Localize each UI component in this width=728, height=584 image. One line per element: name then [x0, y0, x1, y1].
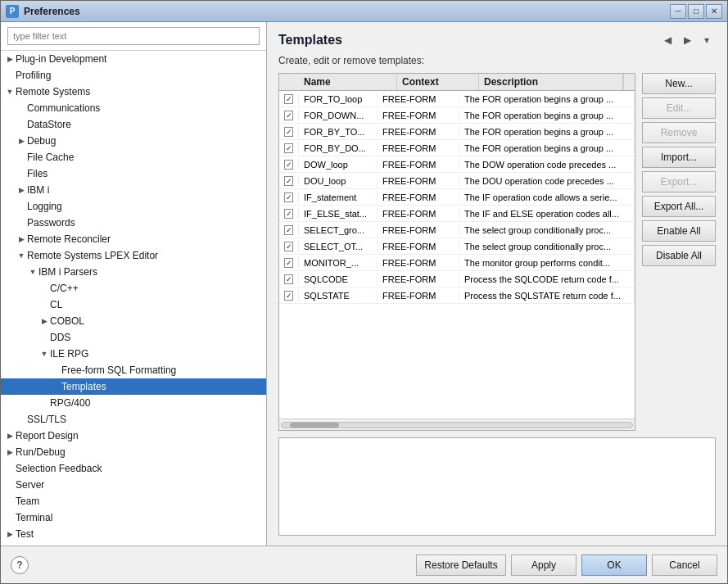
- tree-item-server[interactable]: Server: [1, 477, 266, 493]
- tree-item-plug-in-dev[interactable]: ▶Plug-in Development: [1, 51, 266, 67]
- tree-item-test[interactable]: ▶Test: [1, 526, 266, 542]
- minimize-button[interactable]: ─: [670, 4, 686, 19]
- row-checkbox[interactable]: ✓: [279, 126, 299, 138]
- maximize-button[interactable]: □: [688, 4, 704, 19]
- tree-expander-test[interactable]: ▶: [4, 528, 16, 540]
- tree-item-remote-reconciler[interactable]: ▶Remote Reconciler: [1, 231, 266, 247]
- table-scroll[interactable]: ✓FOR_TO_loopFREE-FORMThe FOR operation b…: [279, 91, 635, 419]
- table-action-buttons: New... Edit... Remove Import... Export..…: [642, 73, 716, 431]
- row-checkbox[interactable]: ✓: [279, 93, 299, 105]
- ok-button[interactable]: OK: [581, 555, 647, 576]
- table-row[interactable]: ✓FOR_BY_TO...FREE-FORMThe FOR operation …: [279, 124, 635, 140]
- tree-expander-remote-reconciler[interactable]: ▶: [16, 233, 27, 245]
- tree-expander-cobol[interactable]: ▶: [38, 315, 50, 327]
- table-row[interactable]: ✓SQLCODEFREE-FORMProcess the SQLCODE ret…: [279, 271, 635, 287]
- close-button[interactable]: ✕: [706, 4, 722, 19]
- tree-item-cl[interactable]: CL: [1, 297, 266, 313]
- row-checkbox[interactable]: ✓: [279, 192, 299, 203]
- enable-all-button[interactable]: Enable All: [642, 220, 716, 242]
- row-checkbox[interactable]: ✓: [279, 208, 299, 220]
- tree-expander-debug[interactable]: ▶: [16, 135, 27, 147]
- tree-label-c-cpp: C/C++: [50, 283, 79, 294]
- table-row[interactable]: ✓FOR_TO_loopFREE-FORMThe FOR operation b…: [279, 91, 635, 107]
- tree-item-passwords[interactable]: Passwords: [1, 215, 266, 231]
- tree-item-files[interactable]: Files: [1, 165, 266, 182]
- tree-expander-plug-in-dev[interactable]: ▶: [4, 53, 16, 65]
- import-button[interactable]: Import...: [642, 147, 716, 168]
- tree-item-c-cpp[interactable]: C/C++: [1, 280, 266, 297]
- tree-expander-ibm-i[interactable]: ▶: [16, 184, 27, 196]
- header-name[interactable]: Name: [299, 74, 397, 90]
- tree-label-selection-feedback: Selection Feedback: [16, 463, 102, 474]
- export-button[interactable]: Export...: [642, 171, 716, 192]
- export-all-button[interactable]: Export All...: [642, 196, 716, 217]
- header-description[interactable]: Description: [479, 74, 623, 90]
- tree-item-cobol[interactable]: ▶COBOL: [1, 313, 266, 329]
- row-name: SQLSTATE: [299, 290, 378, 301]
- row-checkbox[interactable]: ✓: [279, 159, 299, 170]
- row-checkbox[interactable]: ✓: [279, 110, 299, 121]
- tree-item-remote-systems[interactable]: ▼Remote Systems: [1, 84, 266, 100]
- tree-item-report-design[interactable]: ▶Report Design: [1, 428, 266, 444]
- tree-item-communications[interactable]: Communications: [1, 100, 266, 116]
- tree-expander-report-design[interactable]: ▶: [4, 430, 16, 441]
- tree-item-datastore[interactable]: DataStore: [1, 116, 266, 133]
- row-checkbox[interactable]: ✓: [279, 257, 299, 269]
- tree-expander-ibm-i-parsers[interactable]: ▼: [27, 266, 38, 278]
- tree-item-run-debug[interactable]: ▶Run/Debug: [1, 444, 266, 460]
- tree-expander-run-debug[interactable]: ▶: [4, 446, 16, 458]
- tree-item-templates[interactable]: Templates: [1, 378, 266, 395]
- forward-button[interactable]: ▶: [678, 32, 696, 48]
- tree-expander-ile-rpg[interactable]: ▼: [38, 348, 50, 360]
- nav-dropdown-button[interactable]: ▾: [698, 32, 716, 48]
- row-checkbox[interactable]: ✓: [279, 224, 299, 236]
- tree-item-selection-feedback[interactable]: Selection Feedback: [1, 460, 266, 477]
- filter-input[interactable]: [7, 27, 260, 45]
- horizontal-scrollbar[interactable]: [279, 419, 635, 430]
- table-row[interactable]: ✓IF_ELSE_stat...FREE-FORMThe IF and ELSE…: [279, 206, 635, 222]
- tree-item-team[interactable]: Team: [1, 493, 266, 509]
- tree-item-ibm-i-parsers[interactable]: ▼IBM i Parsers: [1, 264, 266, 280]
- table-row[interactable]: ✓FOR_BY_DO...FREE-FORMThe FOR operation …: [279, 140, 635, 156]
- tree-item-remote-systems-lpex[interactable]: ▼Remote Systems LPEX Editor: [1, 247, 266, 264]
- table-row[interactable]: ✓SQLSTATEFREE-FORMProcess the SQLSTATE r…: [279, 287, 635, 304]
- new-button[interactable]: New...: [642, 73, 716, 94]
- tree-item-profiling[interactable]: Profiling: [1, 67, 266, 84]
- tree-expander-remote-systems-lpex[interactable]: ▼: [16, 250, 27, 261]
- table-row[interactable]: ✓SELECT_OT...FREE-FORMThe select group c…: [279, 238, 635, 255]
- tree-item-ile-rpg[interactable]: ▼ILE RPG: [1, 346, 266, 362]
- table-row[interactable]: ✓FOR_DOWN...FREE-FORMThe FOR operation b…: [279, 107, 635, 124]
- help-button[interactable]: ?: [11, 556, 29, 574]
- tree-item-ibm-i[interactable]: ▶IBM i: [1, 182, 266, 198]
- edit-button[interactable]: Edit...: [642, 97, 716, 119]
- tree-item-logging[interactable]: Logging: [1, 198, 266, 215]
- table-row[interactable]: ✓DOU_loopFREE-FORMThe DOU operation code…: [279, 173, 635, 189]
- row-checkbox[interactable]: ✓: [279, 241, 299, 252]
- cancel-button[interactable]: Cancel: [652, 555, 717, 576]
- table-row[interactable]: ✓SELECT_gro...FREE-FORMThe select group …: [279, 222, 635, 238]
- apply-button[interactable]: Apply: [511, 555, 577, 576]
- table-row[interactable]: ✓IF_statementFREE-FORMThe IF operation c…: [279, 189, 635, 206]
- tree-container[interactable]: ▶Plug-in DevelopmentProfiling▼Remote Sys…: [1, 51, 266, 546]
- header-context[interactable]: Context: [397, 74, 479, 90]
- remove-button[interactable]: Remove: [642, 122, 716, 143]
- row-checkbox[interactable]: ✓: [279, 290, 299, 301]
- tree-item-free-form-sql[interactable]: Free-form SQL Formatting: [1, 362, 266, 378]
- tree-item-file-cache[interactable]: File Cache: [1, 149, 266, 165]
- tree-item-rpg400[interactable]: RPG/400: [1, 395, 266, 411]
- tree-item-debug[interactable]: ▶Debug: [1, 133, 266, 149]
- row-checkbox[interactable]: ✓: [279, 175, 299, 187]
- table-row[interactable]: ✓MONITOR_...FREE-FORMThe monitor group p…: [279, 255, 635, 271]
- restore-defaults-button[interactable]: Restore Defaults: [416, 555, 506, 576]
- hscroll-thumb[interactable]: [290, 423, 339, 428]
- tree-item-ssl-tls[interactable]: SSL/TLS: [1, 411, 266, 428]
- table-row[interactable]: ✓DOW_loopFREE-FORMThe DOW operation code…: [279, 156, 635, 173]
- disable-all-button[interactable]: Disable All: [642, 245, 716, 266]
- row-checkbox[interactable]: ✓: [279, 274, 299, 285]
- tree-expander-remote-systems[interactable]: ▼: [4, 86, 16, 97]
- tree-item-dds[interactable]: DDS: [1, 329, 266, 346]
- row-checkbox[interactable]: ✓: [279, 143, 299, 154]
- hscroll-track[interactable]: [281, 422, 633, 428]
- back-button[interactable]: ◀: [658, 32, 676, 48]
- tree-item-terminal[interactable]: Terminal: [1, 509, 266, 526]
